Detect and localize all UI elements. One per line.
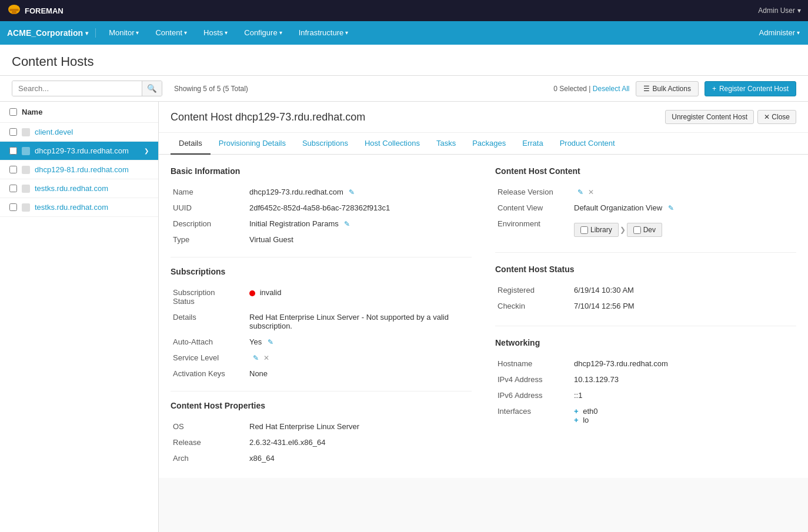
search-button[interactable]: 🔍 (142, 81, 162, 96)
subscriptions-table: SubscriptionStatus invalid Details Red H… (171, 285, 472, 382)
sidebar-item-client-devel[interactable]: client.devel (0, 123, 158, 142)
foreman-logo-icon (7, 4, 21, 18)
nav-infrastructure[interactable]: Infrastructure ▾ (291, 21, 357, 45)
item-icon-1 (22, 147, 30, 155)
tab-tasks[interactable]: Tasks (428, 133, 464, 155)
sidebar-item-dhcp129-73[interactable]: dhcp129-73.rdu.redhat.com ❯ (0, 142, 158, 160)
status-title: Content Host Status (495, 265, 796, 274)
tab-packages[interactable]: Packages (464, 133, 514, 155)
page-header: Content Hosts (0, 45, 808, 76)
table-row: OS Red Hat Enterprise Linux Server (171, 419, 472, 434)
tab-product-content[interactable]: Product Content (552, 133, 623, 155)
item-checkbox-0[interactable] (9, 128, 17, 136)
tab-host-collections[interactable]: Host Collections (356, 133, 428, 155)
nav-monitor[interactable]: Monitor ▾ (101, 21, 147, 45)
env-node-library[interactable]: Library (574, 223, 619, 237)
close-button[interactable]: ✕ Close (757, 110, 796, 124)
subscriptions-title: Subscriptions (171, 267, 472, 276)
release-version-edit-icon[interactable]: ✎ (577, 188, 583, 196)
infrastructure-caret: ▾ (345, 21, 348, 45)
table-row: Name dhcp129-73.rdu.redhat.com ✎ (171, 184, 472, 200)
content-title: Content Host Content (495, 166, 796, 176)
environment-value: Library ❯ Dev (572, 216, 796, 240)
sidebar-item-testks-2[interactable]: testks.rdu.redhat.com (0, 198, 158, 217)
item-checkbox-2[interactable] (9, 166, 17, 173)
content-area: Content Host dhcp129-73.rdu.redhat.com U… (159, 102, 808, 532)
service-level-delete-icon[interactable]: ✕ (263, 354, 269, 362)
register-content-host-button[interactable]: + Register Content Host (705, 81, 796, 96)
auto-attach-edit-icon[interactable]: ✎ (268, 338, 273, 346)
tab-details[interactable]: Details (171, 133, 211, 155)
release-label: Release (171, 434, 247, 450)
interfaces-label: Interfaces (495, 403, 572, 428)
tab-provisioning-details[interactable]: Provisioning Details (211, 133, 294, 155)
select-all-checkbox[interactable] (9, 108, 17, 116)
env-node-dev[interactable]: Dev (627, 223, 662, 237)
nav-administer[interactable]: Administer ▾ (751, 21, 808, 45)
props-title: Content Host Properties (171, 401, 472, 410)
active-arrow: ❯ (144, 148, 149, 154)
sidebar-item-label-0: client.devel (35, 128, 73, 136)
tab-subscriptions[interactable]: Subscriptions (294, 133, 356, 155)
checkin-value: 7/10/14 12:56 PM (572, 298, 796, 314)
deselect-all-link[interactable]: Deselect All (593, 85, 630, 93)
networking-table: Hostname dhcp129-73.rdu.redhat.com IPv4 … (495, 356, 796, 428)
showing-text: Showing 5 of 5 (5 Total) (174, 85, 248, 93)
description-edit-icon[interactable]: ✎ (344, 220, 350, 228)
table-row: Auto-Attach Yes ✎ (171, 334, 472, 350)
unregister-button[interactable]: Unregister Content Host (665, 110, 754, 124)
table-row: Environment Library ❯ (495, 216, 796, 240)
nav-configure[interactable]: Configure ▾ (236, 21, 290, 45)
sub-details-label: Details (171, 309, 247, 334)
nav-hosts[interactable]: Hosts ▾ (195, 21, 236, 45)
service-level-edit-icon[interactable]: ✎ (253, 354, 259, 362)
activation-keys-value: None (247, 366, 472, 382)
item-icon-2 (22, 166, 30, 174)
host-header-btns: Unregister Content Host ✕ Close (665, 110, 796, 124)
status-table: Registered 6/19/14 10:30 AM Checkin 7/10… (495, 282, 796, 314)
tab-errata[interactable]: Errata (514, 133, 551, 155)
release-version-delete-icon[interactable]: ✕ (588, 188, 594, 196)
nav-content[interactable]: Content ▾ (147, 21, 195, 45)
item-checkbox-4[interactable] (9, 203, 17, 211)
search-box: 🔍 (12, 81, 162, 96)
svg-rect-2 (12, 11, 16, 14)
toolbar: 🔍 Showing 5 of 5 (5 Total) 0 Selected | … (0, 76, 808, 102)
interface-eth0: + eth0 (574, 407, 794, 416)
service-level-label: Service Level (171, 350, 247, 366)
hosts-caret: ▾ (225, 21, 228, 45)
sidebar-item-testks-1[interactable]: testks.rdu.redhat.com (0, 179, 158, 198)
env-checkbox-library[interactable] (580, 226, 588, 234)
type-label: Type (171, 232, 247, 247)
hostname-value: dhcp129-73.rdu.redhat.com (572, 356, 796, 372)
name-edit-icon[interactable]: ✎ (349, 188, 355, 196)
content-view-edit-icon[interactable]: ✎ (668, 204, 674, 212)
page-title: Content Hosts (12, 54, 796, 69)
sidebar-item-label-1: dhcp129-73.rdu.redhat.com (35, 146, 129, 155)
org-selector[interactable]: ACME_Corporation ▾ (7, 28, 96, 38)
app-name: FOREMAN (25, 6, 64, 15)
env-checkbox-dev[interactable] (633, 226, 641, 234)
bulk-actions-button[interactable]: ☰ Bulk Actions (636, 81, 699, 96)
search-input[interactable] (12, 81, 142, 96)
sub-status-value: invalid (247, 285, 472, 309)
sub-details-value: Red Hat Enterprise Linux Server - Not su… (247, 309, 472, 334)
registered-value: 6/19/14 10:30 AM (572, 282, 796, 298)
sidebar: Name client.devel dhcp129-73.rdu.redhat.… (0, 102, 159, 532)
interfaces-values: + eth0 + lo (572, 403, 796, 428)
environment-label: Environment (495, 216, 572, 240)
item-checkbox-1[interactable] (9, 147, 17, 155)
table-row: Type Virtual Guest (171, 232, 472, 247)
sidebar-item-dhcp129-81[interactable]: dhcp129-81.rdu.redhat.com (0, 160, 158, 179)
table-row: Content View Default Organization View ✎ (495, 200, 796, 216)
release-value: 2.6.32-431.el6.x86_64 (247, 434, 472, 450)
content-caret: ▾ (184, 21, 187, 45)
uuid-value: 2df6452c-852d-4a58-b6ac-728362f913c1 (247, 200, 472, 216)
ipv4-value: 10.13.129.73 (572, 372, 796, 387)
table-row: Hostname dhcp129-73.rdu.redhat.com (495, 356, 796, 372)
item-checkbox-3[interactable] (9, 185, 17, 192)
main-nav: ACME_Corporation ▾ Monitor ▾ Content ▾ H… (0, 21, 808, 45)
app-logo: FOREMAN (7, 4, 64, 18)
os-value: Red Hat Enterprise Linux Server (247, 419, 472, 434)
props-table: OS Red Hat Enterprise Linux Server Relea… (171, 419, 472, 466)
